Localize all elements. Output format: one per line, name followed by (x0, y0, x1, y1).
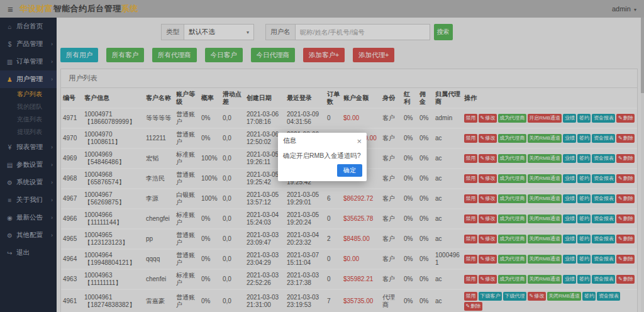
sidebar-item-orders[interactable]: ▥订单管理› (0, 53, 57, 70)
action-action-button[interactable]: 业绩 (563, 134, 576, 143)
scrollbar-thumb[interactable] (641, 18, 644, 93)
action-action-button[interactable]: 资金报表 (592, 154, 615, 163)
action-action-button[interactable]: ✎修改 (528, 292, 546, 301)
action-action-button[interactable]: 禁用 (464, 134, 477, 143)
action-RMB-button[interactable]: 关闭RMB通道 (528, 134, 562, 143)
all-agents-button[interactable]: 所有代理商 (152, 48, 197, 62)
action-RMB-button[interactable]: 关闭RMB通道 (528, 275, 562, 284)
action-action-button[interactable]: 业绩 (563, 194, 576, 203)
action-action-button[interactable]: 资金报表 (592, 134, 615, 143)
action-action-button[interactable]: ✎修改 (479, 174, 497, 183)
sidebar-subitem-my-team[interactable]: 我的团队 (0, 101, 57, 113)
search-button[interactable]: 搜索 (434, 24, 453, 40)
action-RMB-button[interactable]: 关闭RMB通道 (528, 255, 562, 264)
sidebar-item-logout[interactable]: ↪退出 (0, 244, 57, 262)
action-action-button[interactable]: 业绩 (563, 114, 576, 123)
all-customers-button[interactable]: 所有客户 (106, 48, 144, 62)
action-action-button[interactable]: 禁用 (464, 292, 477, 301)
action-action-button[interactable]: 资金报表 (592, 235, 615, 243)
action-action-button[interactable]: 成为代理商 (498, 194, 526, 203)
action-action-button[interactable]: ✎修改 (479, 214, 497, 223)
action-action-button[interactable]: ✎修改 (479, 194, 497, 203)
action-action-button[interactable]: 成为代理商 (498, 134, 526, 143)
action-action-button[interactable]: 签约 (582, 292, 596, 301)
action-action-button[interactable]: 业绩 (563, 154, 576, 163)
sidebar-item-home[interactable]: ⌂后台首页 (0, 18, 57, 35)
action-action-button[interactable]: ✎修改 (479, 235, 497, 243)
close-icon[interactable]: × (357, 137, 362, 145)
add-customer-button[interactable]: 添加客户+ (303, 48, 345, 62)
action-action-button[interactable]: 禁用 (464, 194, 477, 203)
action-action-button[interactable]: 成为代理商 (498, 214, 526, 223)
action-action-button[interactable]: 资金报表 (592, 214, 615, 223)
action-action-button[interactable]: 业绩 (563, 174, 576, 183)
action-action-button[interactable]: ✎删除 (616, 154, 635, 163)
action-action-button[interactable]: 业绩 (563, 275, 576, 284)
action-action-button[interactable]: 下级客户 (479, 292, 502, 301)
action-action-button[interactable]: 成为代理商 (498, 154, 526, 163)
action-action-button[interactable]: ✎修改 (479, 134, 497, 143)
sidebar-subitem-deposit-list[interactable]: 充值列表 (0, 113, 57, 126)
action-action-button[interactable]: ✎修改 (479, 275, 497, 284)
action-action-button[interactable]: 资金报表 (592, 255, 615, 264)
sidebar-item-about[interactable]: ≡关于我们› (0, 191, 57, 209)
action-action-button[interactable]: 签约 (577, 275, 591, 284)
action-RMB-button[interactable]: 关闭RMB通道 (528, 214, 562, 223)
today-agents-button[interactable]: 今日代理商 (251, 48, 296, 62)
action-RMB-button[interactable]: 关闭RMB通道 (528, 194, 562, 203)
add-agent-button[interactable]: 添加代理+ (353, 48, 394, 62)
action-action-button[interactable]: ✎删除 (616, 134, 635, 143)
today-customers-button[interactable]: 今日客户 (205, 48, 243, 62)
action-action-button[interactable]: ✎删除 (616, 114, 635, 123)
action-action-button[interactable]: 禁用 (464, 255, 477, 264)
action-action-button[interactable]: 成为代理商 (498, 114, 526, 123)
action-action-button[interactable]: 禁用 (464, 114, 477, 123)
action-action-button[interactable]: ✎删除 (616, 235, 635, 243)
action-action-button[interactable]: 签约 (577, 214, 591, 223)
action-action-button[interactable]: ✎删除 (616, 194, 635, 203)
action-RMB-button[interactable]: 关闭RMB通道 (547, 292, 582, 301)
action-action-button[interactable]: 签约 (577, 174, 591, 183)
action-action-button[interactable]: 成为代理商 (498, 235, 526, 243)
sidebar-item-notice[interactable]: ◉最新公告› (0, 209, 57, 226)
action-action-button[interactable]: 业绩 (563, 214, 576, 223)
all-users-button[interactable]: 所有用户 (60, 48, 98, 62)
action-action-button[interactable]: ✎修改 (479, 114, 497, 123)
action-action-button[interactable]: ✎删除 (616, 174, 635, 183)
action-action-button[interactable]: 业绩 (563, 235, 576, 243)
action-action-button[interactable]: 资金报表 (597, 292, 620, 301)
action-action-button[interactable]: 禁用 (464, 214, 477, 223)
sidebar-item-users[interactable]: ♟用户管理› (0, 70, 57, 88)
type-select[interactable]: 默认不选 ▾ (184, 24, 254, 40)
action-action-button[interactable]: ✎删除 (616, 214, 635, 223)
sidebar-item-system[interactable]: ⚙系统设置› (0, 174, 57, 191)
action-RMB-button[interactable]: 关闭RMB通道 (528, 154, 562, 163)
action-action-button[interactable]: 成为代理商 (498, 174, 526, 183)
action-action-button[interactable]: ✎修改 (479, 255, 497, 264)
action-action-button[interactable]: ✎修改 (479, 154, 497, 163)
action-RMB-button[interactable]: 开启RMB通道 (528, 114, 562, 123)
sidebar-subitem-customer-list[interactable]: 客户列表 (0, 88, 57, 101)
action-action-button[interactable]: 禁用 (464, 154, 477, 163)
action-action-button[interactable]: 签约 (577, 154, 591, 163)
action-action-button[interactable]: 签约 (577, 194, 591, 203)
confirm-button[interactable]: 确定 (337, 164, 362, 177)
action-action-button[interactable]: 签约 (577, 235, 591, 243)
action-RMB-button[interactable]: 关闭RMB通道 (528, 174, 562, 183)
action-action-button[interactable]: 签约 (577, 134, 591, 143)
action-action-button[interactable]: 资金报表 (592, 174, 615, 183)
action-action-button[interactable]: 成为代理商 (498, 275, 526, 284)
action-action-button[interactable]: 禁用 (464, 235, 477, 243)
action-action-button[interactable]: 资金报表 (592, 114, 615, 123)
action-action-button[interactable]: 资金报表 (592, 194, 615, 203)
action-action-button[interactable]: ✎删除 (616, 255, 635, 264)
sidebar-item-other[interactable]: ⚙其他配置› (0, 226, 57, 244)
action-action-button[interactable]: 禁用 (464, 275, 477, 284)
sidebar-subitem-withdraw-list[interactable]: 提现列表 (0, 126, 57, 138)
scrollbar[interactable] (641, 18, 644, 312)
sidebar-item-params[interactable]: ▤参数设置› (0, 156, 57, 174)
action-action-button[interactable]: ✎删除 (464, 302, 482, 311)
action-action-button[interactable]: 签约 (577, 255, 591, 264)
user-menu[interactable]: admin ▾ (612, 5, 636, 13)
sidebar-item-reports[interactable]: ¥报表管理› (0, 138, 57, 156)
